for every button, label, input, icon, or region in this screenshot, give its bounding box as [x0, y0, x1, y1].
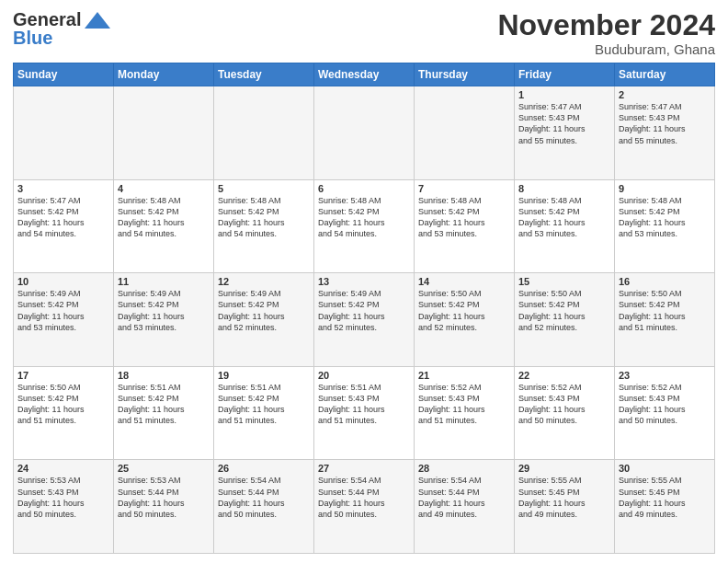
- day-number: 25: [118, 463, 210, 474]
- calendar-col-header: Saturday: [615, 63, 715, 86]
- day-number: 16: [619, 276, 711, 287]
- calendar-day-cell: 30Sunrise: 5:55 AM Sunset: 5:45 PM Dayli…: [615, 460, 715, 554]
- day-info: Sunrise: 5:50 AM Sunset: 5:42 PM Dayligh…: [418, 288, 510, 333]
- day-info: Sunrise: 5:53 AM Sunset: 5:44 PM Dayligh…: [118, 475, 210, 520]
- day-number: 22: [518, 370, 610, 381]
- day-number: 8: [518, 183, 610, 194]
- day-number: 30: [619, 463, 711, 474]
- calendar-day-cell: 20Sunrise: 5:51 AM Sunset: 5:43 PM Dayli…: [314, 366, 415, 460]
- calendar-col-header: Wednesday: [314, 63, 415, 86]
- calendar-day-cell: [114, 86, 214, 180]
- day-number: 18: [118, 370, 210, 381]
- day-info: Sunrise: 5:51 AM Sunset: 5:42 PM Dayligh…: [218, 382, 310, 427]
- day-info: Sunrise: 5:48 AM Sunset: 5:42 PM Dayligh…: [418, 195, 510, 240]
- calendar-day-cell: 1Sunrise: 5:47 AM Sunset: 5:43 PM Daylig…: [515, 86, 615, 180]
- day-number: 11: [118, 276, 210, 287]
- day-number: 15: [518, 276, 610, 287]
- calendar-col-header: Monday: [114, 63, 214, 86]
- day-info: Sunrise: 5:55 AM Sunset: 5:45 PM Dayligh…: [518, 475, 610, 520]
- day-info: Sunrise: 5:54 AM Sunset: 5:44 PM Dayligh…: [218, 475, 310, 520]
- calendar-week-row: 24Sunrise: 5:53 AM Sunset: 5:43 PM Dayli…: [14, 460, 715, 554]
- calendar-day-cell: 10Sunrise: 5:49 AM Sunset: 5:42 PM Dayli…: [14, 273, 114, 367]
- day-number: 3: [17, 183, 109, 194]
- day-number: 10: [17, 276, 109, 287]
- day-number: 7: [418, 183, 510, 194]
- calendar-day-cell: 22Sunrise: 5:52 AM Sunset: 5:43 PM Dayli…: [515, 366, 615, 460]
- calendar-day-cell: 2Sunrise: 5:47 AM Sunset: 5:43 PM Daylig…: [615, 86, 715, 180]
- day-number: 24: [17, 463, 109, 474]
- day-info: Sunrise: 5:54 AM Sunset: 5:44 PM Dayligh…: [318, 475, 410, 520]
- day-number: 23: [619, 370, 711, 381]
- logo: General Blue: [13, 9, 110, 49]
- day-info: Sunrise: 5:48 AM Sunset: 5:42 PM Dayligh…: [218, 195, 310, 240]
- month-title: November 2024: [497, 9, 715, 41]
- day-number: 27: [318, 463, 410, 474]
- calendar-day-cell: 21Sunrise: 5:52 AM Sunset: 5:43 PM Dayli…: [415, 366, 515, 460]
- day-number: 26: [218, 463, 310, 474]
- calendar-day-cell: [415, 86, 515, 180]
- calendar: SundayMondayTuesdayWednesdayThursdayFrid…: [13, 63, 715, 554]
- day-info: Sunrise: 5:47 AM Sunset: 5:42 PM Dayligh…: [17, 195, 109, 240]
- day-info: Sunrise: 5:48 AM Sunset: 5:42 PM Dayligh…: [118, 195, 210, 240]
- calendar-day-cell: [214, 86, 314, 180]
- day-info: Sunrise: 5:49 AM Sunset: 5:42 PM Dayligh…: [118, 288, 210, 333]
- day-info: Sunrise: 5:47 AM Sunset: 5:43 PM Dayligh…: [619, 101, 711, 146]
- day-info: Sunrise: 5:54 AM Sunset: 5:44 PM Dayligh…: [418, 475, 510, 520]
- day-number: 1: [518, 89, 610, 100]
- calendar-day-cell: 28Sunrise: 5:54 AM Sunset: 5:44 PM Dayli…: [415, 460, 515, 554]
- day-number: 6: [318, 183, 410, 194]
- calendar-day-cell: [314, 86, 415, 180]
- day-info: Sunrise: 5:50 AM Sunset: 5:42 PM Dayligh…: [17, 382, 109, 427]
- calendar-day-cell: 29Sunrise: 5:55 AM Sunset: 5:45 PM Dayli…: [515, 460, 615, 554]
- calendar-day-cell: 18Sunrise: 5:51 AM Sunset: 5:42 PM Dayli…: [114, 366, 214, 460]
- logo-icon: [85, 12, 110, 29]
- day-number: 9: [619, 183, 711, 194]
- day-number: 19: [218, 370, 310, 381]
- day-number: 28: [418, 463, 510, 474]
- calendar-week-row: 17Sunrise: 5:50 AM Sunset: 5:42 PM Dayli…: [14, 366, 715, 460]
- day-info: Sunrise: 5:52 AM Sunset: 5:43 PM Dayligh…: [418, 382, 510, 427]
- calendar-col-header: Sunday: [14, 63, 114, 86]
- calendar-day-cell: 11Sunrise: 5:49 AM Sunset: 5:42 PM Dayli…: [114, 273, 214, 367]
- location: Buduburam, Ghana: [497, 41, 715, 57]
- calendar-day-cell: 4Sunrise: 5:48 AM Sunset: 5:42 PM Daylig…: [114, 179, 214, 273]
- day-info: Sunrise: 5:50 AM Sunset: 5:42 PM Dayligh…: [619, 288, 711, 333]
- day-info: Sunrise: 5:49 AM Sunset: 5:42 PM Dayligh…: [218, 288, 310, 333]
- calendar-week-row: 1Sunrise: 5:47 AM Sunset: 5:43 PM Daylig…: [14, 86, 715, 180]
- day-info: Sunrise: 5:52 AM Sunset: 5:43 PM Dayligh…: [518, 382, 610, 427]
- calendar-day-cell: 24Sunrise: 5:53 AM Sunset: 5:43 PM Dayli…: [14, 460, 114, 554]
- day-info: Sunrise: 5:55 AM Sunset: 5:45 PM Dayligh…: [619, 475, 711, 520]
- day-number: 4: [118, 183, 210, 194]
- calendar-col-header: Friday: [515, 63, 615, 86]
- day-info: Sunrise: 5:48 AM Sunset: 5:42 PM Dayligh…: [518, 195, 610, 240]
- day-number: 12: [218, 276, 310, 287]
- day-number: 21: [418, 370, 510, 381]
- calendar-day-cell: [14, 86, 114, 180]
- calendar-day-cell: 19Sunrise: 5:51 AM Sunset: 5:42 PM Dayli…: [214, 366, 314, 460]
- calendar-header-row: SundayMondayTuesdayWednesdayThursdayFrid…: [14, 63, 715, 86]
- calendar-day-cell: 7Sunrise: 5:48 AM Sunset: 5:42 PM Daylig…: [415, 179, 515, 273]
- day-info: Sunrise: 5:51 AM Sunset: 5:42 PM Dayligh…: [118, 382, 210, 427]
- day-number: 13: [318, 276, 410, 287]
- calendar-day-cell: 3Sunrise: 5:47 AM Sunset: 5:42 PM Daylig…: [14, 179, 114, 273]
- calendar-day-cell: 26Sunrise: 5:54 AM Sunset: 5:44 PM Dayli…: [214, 460, 314, 554]
- day-number: 2: [619, 89, 711, 100]
- calendar-day-cell: 15Sunrise: 5:50 AM Sunset: 5:42 PM Dayli…: [515, 273, 615, 367]
- day-info: Sunrise: 5:49 AM Sunset: 5:42 PM Dayligh…: [17, 288, 109, 333]
- calendar-day-cell: 6Sunrise: 5:48 AM Sunset: 5:42 PM Daylig…: [314, 179, 415, 273]
- day-info: Sunrise: 5:49 AM Sunset: 5:42 PM Dayligh…: [318, 288, 410, 333]
- day-info: Sunrise: 5:47 AM Sunset: 5:43 PM Dayligh…: [518, 101, 610, 146]
- day-info: Sunrise: 5:52 AM Sunset: 5:43 PM Dayligh…: [619, 382, 711, 427]
- calendar-col-header: Tuesday: [214, 63, 314, 86]
- calendar-day-cell: 25Sunrise: 5:53 AM Sunset: 5:44 PM Dayli…: [114, 460, 214, 554]
- day-number: 17: [17, 370, 109, 381]
- calendar-day-cell: 13Sunrise: 5:49 AM Sunset: 5:42 PM Dayli…: [314, 273, 415, 367]
- title-block: November 2024 Buduburam, Ghana: [497, 9, 715, 57]
- calendar-day-cell: 8Sunrise: 5:48 AM Sunset: 5:42 PM Daylig…: [515, 179, 615, 273]
- svg-marker-0: [85, 12, 110, 29]
- day-info: Sunrise: 5:50 AM Sunset: 5:42 PM Dayligh…: [518, 288, 610, 333]
- day-number: 29: [518, 463, 610, 474]
- day-number: 14: [418, 276, 510, 287]
- day-info: Sunrise: 5:48 AM Sunset: 5:42 PM Dayligh…: [318, 195, 410, 240]
- calendar-day-cell: 27Sunrise: 5:54 AM Sunset: 5:44 PM Dayli…: [314, 460, 415, 554]
